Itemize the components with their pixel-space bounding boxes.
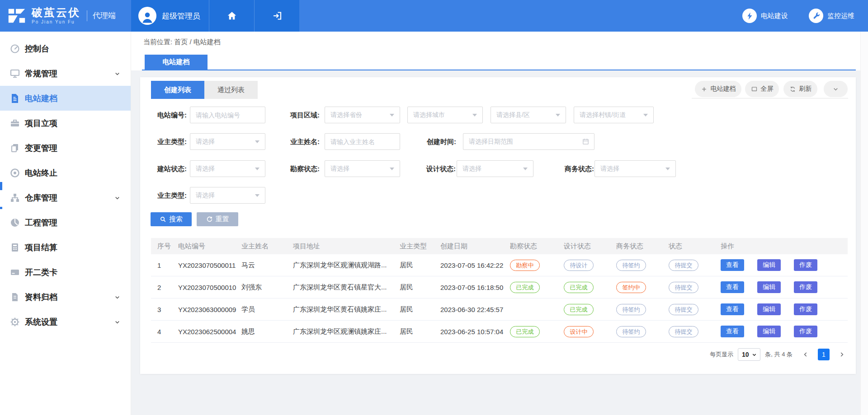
sidebar-item-station-termination[interactable]: 电站终止 xyxy=(0,160,131,185)
per-page-value: 10 xyxy=(742,351,749,358)
view-button[interactable]: 查看 xyxy=(721,326,744,337)
sidebar-scrollbar-thumb[interactable] xyxy=(0,207,2,209)
sidebar-item-label: 电站建档 xyxy=(25,93,57,104)
prev-page-button[interactable] xyxy=(800,349,811,360)
county-select[interactable]: 请选择县/区 xyxy=(491,107,566,123)
status-badge: 待提交 xyxy=(669,282,698,293)
cell-design-status: 已完成 xyxy=(562,282,615,293)
tab-pass-list[interactable]: 通过列表 xyxy=(204,81,258,99)
survey-status-badge: 勘察中 xyxy=(510,260,540,271)
sidebar-item-label: 变更管理 xyxy=(25,143,57,154)
survey-status-select[interactable]: 请选择 xyxy=(325,160,400,177)
filter-label-create-time: 创建时间: xyxy=(413,133,456,150)
copy-icon xyxy=(9,143,20,154)
province-select[interactable]: 请选择省份 xyxy=(325,107,400,123)
sidebar-scrollbar-thumb[interactable] xyxy=(0,182,2,190)
sidebar-item-engineering-mgmt[interactable]: 工程管理 xyxy=(0,210,131,235)
date-range-picker[interactable]: 请选择日期范围 xyxy=(463,133,594,150)
edit-button[interactable]: 编辑 xyxy=(757,326,781,337)
status-badge: 待提交 xyxy=(669,326,698,337)
station-table: 序号 电站编号 业主姓名 项目地址 业主类型 创建日期 勘察状态 设计状态 商务… xyxy=(151,238,848,343)
fullscreen-button[interactable]: 全屏 xyxy=(745,81,779,97)
nav-station-build[interactable]: 电站建设 xyxy=(742,9,788,23)
cell-seq: 4 xyxy=(151,328,174,336)
date-range-placeholder: 请选择日期范围 xyxy=(469,138,582,146)
status-badge: 待提交 xyxy=(669,260,698,271)
sidebar-item-type2-card[interactable]: 开二类卡 xyxy=(0,260,131,284)
sidebar-item-project-initiation[interactable]: 项目立项 xyxy=(0,111,131,135)
view-button[interactable]: 查看 xyxy=(721,259,744,271)
filter-label-owner-type: 业主类型: xyxy=(144,133,187,150)
void-button[interactable]: 作废 xyxy=(794,303,817,315)
collapse-toolbar-button[interactable] xyxy=(824,81,848,97)
city-select[interactable]: 请选择城市 xyxy=(407,107,483,123)
sidebar: 控制台 常规管理 电站建档 项目立项 变更 xyxy=(0,32,131,415)
void-button[interactable]: 作废 xyxy=(794,281,817,293)
briefcase-icon xyxy=(9,118,20,129)
search-button[interactable]: 搜索 xyxy=(151,212,192,226)
owner-type-select-2[interactable]: 请选择 xyxy=(190,187,265,204)
page-tab-station-archive[interactable]: 电站建档 xyxy=(145,55,208,70)
design-status-placeholder: 请选择 xyxy=(462,165,523,173)
city-select-placeholder: 请选择城市 xyxy=(413,111,472,119)
view-button[interactable]: 查看 xyxy=(721,303,744,315)
per-page-select[interactable]: 10 xyxy=(738,348,760,361)
filter-label-build-status: 建站状态: xyxy=(144,160,187,177)
monitor-icon xyxy=(9,68,20,79)
reset-button[interactable]: 重置 xyxy=(197,212,238,226)
next-page-button[interactable] xyxy=(836,349,848,360)
sidebar-item-project-settlement[interactable]: 项目结算 xyxy=(0,235,131,260)
void-button[interactable]: 作废 xyxy=(794,326,817,337)
user-info[interactable]: 超级管理员 xyxy=(131,0,209,32)
create-station-button[interactable]: 电站建档 xyxy=(695,81,741,97)
cell-business-status: 签约中 xyxy=(615,282,667,293)
chevron-down-icon xyxy=(114,318,121,325)
chevron-down-icon xyxy=(832,86,839,93)
view-button[interactable]: 查看 xyxy=(721,281,744,293)
sidebar-item-console[interactable]: 控制台 xyxy=(0,36,131,61)
breadcrumb-path[interactable]: 首页 / 电站建档 xyxy=(174,38,221,46)
calculator-icon xyxy=(9,242,20,253)
cell-address: 广东深圳龙华区黄石镇星官大... xyxy=(289,283,395,292)
sidebar-item-change-mgmt[interactable]: 变更管理 xyxy=(0,135,131,160)
stop-record-icon xyxy=(9,168,20,178)
brand-logo-icon xyxy=(6,5,27,26)
page-number-active[interactable]: 1 xyxy=(818,349,830,360)
cell-owner: 学员 xyxy=(238,305,289,314)
sidebar-item-system-settings[interactable]: 系统设置 xyxy=(0,309,131,334)
cell-code: YX2023070500011 xyxy=(174,261,238,269)
build-status-select[interactable]: 请选择 xyxy=(190,160,265,177)
sidebar-item-station-archive[interactable]: 电站建档 xyxy=(0,86,131,111)
cell-actions: 查看 编辑 作废 xyxy=(720,326,848,337)
refresh-button[interactable]: 刷新 xyxy=(783,81,817,97)
edit-button[interactable]: 编辑 xyxy=(757,259,781,271)
design-status-badge: 已完成 xyxy=(564,282,594,293)
survey-status-badge: 已完成 xyxy=(510,326,540,337)
edit-button[interactable]: 编辑 xyxy=(757,303,781,315)
owner-type-2-placeholder: 请选择 xyxy=(196,191,255,200)
avatar xyxy=(138,7,156,25)
home-button[interactable] xyxy=(209,0,254,32)
cell-created: 2023-07-05 16:42:22 xyxy=(436,261,509,269)
owner-type-select[interactable]: 请选择 xyxy=(190,133,265,150)
nav-monitor-ops[interactable]: 监控运维 xyxy=(809,9,854,23)
owner-type-select-placeholder: 请选择 xyxy=(196,138,255,146)
design-status-select[interactable]: 请选择 xyxy=(457,160,533,177)
town-select[interactable]: 请选择村镇/街道 xyxy=(574,107,654,123)
station-code-input[interactable] xyxy=(190,107,265,123)
table-row: 4 YX2023062500004 姚思 广东深圳龙华区观澜镇姚家庄... 居民… xyxy=(151,321,848,343)
logout-button[interactable] xyxy=(254,0,299,32)
edit-button[interactable]: 编辑 xyxy=(757,281,781,293)
caret-down-icon xyxy=(752,352,757,357)
tab-create-list[interactable]: 创建列表 xyxy=(151,81,204,99)
void-button[interactable]: 作废 xyxy=(794,259,817,271)
sidebar-item-data-archive[interactable]: 资料归档 xyxy=(0,284,131,309)
owner-name-input[interactable] xyxy=(325,133,400,150)
cell-address: 广东深圳龙华区观澜镇观湖路... xyxy=(289,261,395,270)
cell-created: 2023-06-30 22:45:57 xyxy=(436,306,509,313)
sidebar-item-general-mgmt[interactable]: 常规管理 xyxy=(0,61,131,86)
sidebar-item-warehouse-mgmt[interactable]: 仓库管理 xyxy=(0,185,131,210)
town-select-placeholder: 请选择村镇/街道 xyxy=(580,111,643,119)
page-scrollbar[interactable] xyxy=(860,32,868,415)
business-status-select[interactable]: 请选择 xyxy=(594,160,676,177)
